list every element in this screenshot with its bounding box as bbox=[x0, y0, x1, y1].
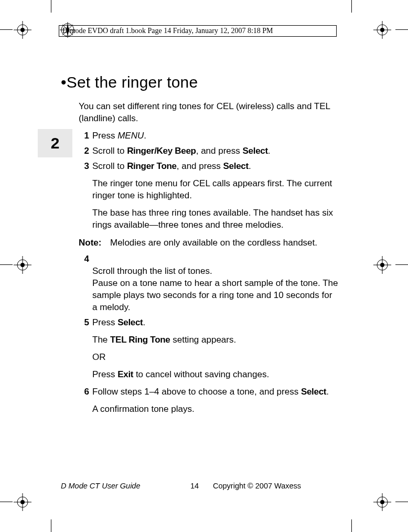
crop-line bbox=[395, 502, 408, 502]
step-text: Press bbox=[92, 131, 117, 141]
registration-mark-icon bbox=[14, 21, 31, 39]
step-text: Scroll through the list of tones. Pause … bbox=[92, 266, 338, 312]
softkey-label: Select bbox=[301, 387, 326, 397]
step-text: The bbox=[92, 335, 110, 345]
step-text: to cancel without saving changes. bbox=[133, 369, 269, 379]
softkey-label: Select bbox=[243, 146, 268, 156]
menu-item-label: TEL Ring Tone bbox=[110, 335, 170, 345]
step-sub-paragraph: OR bbox=[92, 352, 339, 364]
softkey-label: Exit bbox=[117, 369, 133, 379]
step-item: 3 Scroll to Ringer Tone, and press Selec… bbox=[79, 161, 339, 233]
menu-item-label: Ringer Tone bbox=[127, 161, 177, 171]
registration-mark-icon bbox=[14, 493, 31, 511]
step-item: 2 Scroll to Ringer/Key Beep, and press S… bbox=[79, 145, 339, 157]
step-number: 2 bbox=[79, 145, 92, 157]
footer-copyright: Copyright © 2007 Waxess bbox=[213, 482, 339, 490]
crop-line bbox=[0, 29, 13, 30]
step-list: 4 Scroll through the list of tones. Paus… bbox=[79, 253, 339, 417]
softkey-label: Select bbox=[117, 317, 143, 327]
step-item: 1 Press MENU. bbox=[79, 130, 339, 142]
crop-line bbox=[351, 519, 352, 532]
step-text: Scroll to bbox=[92, 161, 127, 171]
registration-mark-icon bbox=[373, 493, 391, 511]
step-text: . bbox=[144, 131, 146, 141]
step-number: 3 bbox=[79, 161, 92, 233]
chapter-number: 2 bbox=[51, 134, 60, 152]
step-text: . bbox=[326, 387, 329, 397]
step-text: Press bbox=[92, 369, 117, 379]
step-text: , and press bbox=[196, 146, 243, 156]
section-heading: •Set the ringer tone bbox=[61, 73, 339, 91]
step-text: Press bbox=[92, 317, 117, 327]
crop-line bbox=[351, 0, 352, 13]
step-list: 1 Press MENU. 2 Scroll to Ringer/Key Bee… bbox=[79, 130, 339, 233]
intro-paragraph: You can set different ring tones for CEL… bbox=[79, 101, 339, 125]
step-text: , and press bbox=[177, 161, 223, 171]
crop-line bbox=[0, 264, 13, 265]
step-body: Follow steps 1–4 above to choose a tone,… bbox=[92, 386, 339, 418]
step-text: Scroll to bbox=[92, 146, 127, 156]
step-text: . bbox=[249, 161, 251, 171]
step-number: 5 bbox=[79, 317, 92, 383]
note-body: Melodies are only available on the cordl… bbox=[110, 237, 339, 249]
step-body: Scroll to Ringer Tone, and press Select.… bbox=[92, 161, 339, 233]
menu-item-label: Ringer/Key Beep bbox=[127, 146, 196, 156]
step-sub-paragraph: The base has three ring tones available.… bbox=[92, 207, 339, 231]
step-text: . bbox=[268, 146, 271, 156]
step-number: 1 bbox=[79, 130, 92, 142]
crop-line bbox=[395, 264, 408, 265]
step-body: Press MENU. bbox=[92, 130, 339, 142]
step-item: 4 Scroll through the list of tones. Paus… bbox=[79, 253, 339, 314]
footer-page-number: 14 bbox=[176, 482, 213, 490]
step-text: Follow steps 1–4 above to choose a tone,… bbox=[92, 387, 301, 397]
step-sub-paragraph: The ringer tone menu for CEL calls appea… bbox=[92, 178, 339, 202]
step-body: Scroll to Ringer/Key Beep, and press Sel… bbox=[92, 145, 339, 157]
running-head-text: D mode EVDO draft 1.book Page 14 Friday,… bbox=[62, 27, 273, 35]
step-item: 5 Press Select. The TEL Ring Tone settin… bbox=[79, 317, 339, 383]
step-sub-paragraph: Press Exit to cancel without saving chan… bbox=[92, 369, 339, 381]
softkey-label: Select bbox=[223, 161, 249, 171]
crop-line bbox=[0, 502, 13, 502]
softkey-label: MENU bbox=[117, 131, 144, 141]
crop-line bbox=[51, 0, 51, 13]
registration-mark-icon bbox=[373, 21, 391, 39]
step-number: 4 bbox=[79, 253, 92, 314]
step-item: 6 Follow steps 1–4 above to choose a ton… bbox=[79, 386, 339, 418]
step-body: Press Select. The TEL Ring Tone setting … bbox=[92, 317, 339, 383]
crop-line bbox=[51, 519, 51, 532]
crop-line bbox=[395, 29, 408, 30]
registration-mark-icon bbox=[14, 256, 31, 274]
step-text: setting appears. bbox=[170, 335, 237, 345]
page-content: •Set the ringer tone You can set differe… bbox=[61, 73, 339, 421]
note-label: Note: bbox=[79, 237, 110, 249]
footer-left: D Mode CT User Guide bbox=[61, 482, 176, 490]
page-footer: D Mode CT User Guide 14 Copyright © 2007… bbox=[61, 482, 339, 490]
step-body: Scroll through the list of tones. Pause … bbox=[92, 253, 339, 314]
note-block: Note: Melodies are only available on the… bbox=[79, 237, 339, 249]
registration-mark-icon bbox=[373, 256, 391, 274]
step-sub-paragraph: A confirmation tone plays. bbox=[92, 403, 339, 416]
running-head: D mode EVDO draft 1.book Page 14 Friday,… bbox=[59, 25, 337, 37]
step-sub-paragraph: The TEL Ring Tone setting appears. bbox=[92, 334, 339, 346]
step-text: . bbox=[143, 317, 145, 327]
step-number: 6 bbox=[79, 386, 92, 418]
